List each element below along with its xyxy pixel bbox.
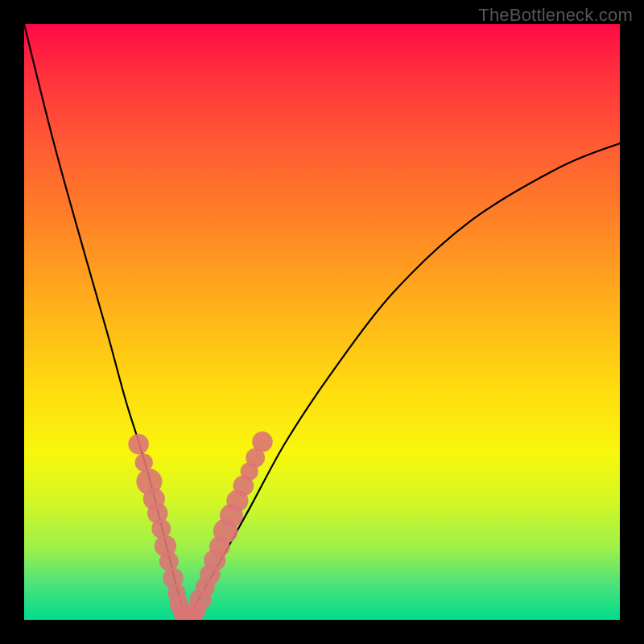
plot-area: [24, 24, 620, 620]
chart-root: TheBottleneck.com: [0, 0, 644, 644]
data-marker: [252, 431, 273, 452]
bottleneck-curve: [24, 24, 620, 620]
data-markers: [128, 431, 272, 620]
watermark-text: TheBottleneck.com: [478, 5, 633, 26]
data-marker: [128, 434, 149, 455]
plot-svg: [24, 24, 620, 620]
